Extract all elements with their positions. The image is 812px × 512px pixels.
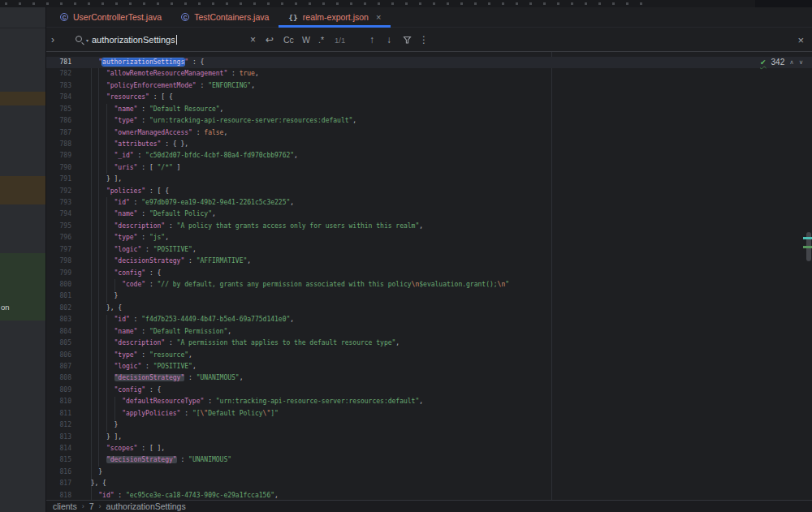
previous-match-button[interactable]: ↑ xyxy=(369,28,374,51)
breadcrumb-item-clients[interactable]: clients xyxy=(53,501,77,511)
line-number: 786 xyxy=(46,115,83,127)
code-line-795[interactable]: 795 "description" : "A policy that grant… xyxy=(46,221,812,232)
line-number: 810 xyxy=(46,396,83,407)
line-number: 803 xyxy=(46,314,83,325)
code-line-799[interactable]: 799 "config" : { xyxy=(46,268,812,279)
line-number: 796 xyxy=(46,232,83,243)
code-line-794[interactable]: 794 "name" : "Default Policy", xyxy=(46,209,812,220)
clear-search-icon[interactable]: × xyxy=(250,28,256,51)
breadcrumb-item-7[interactable]: 7 xyxy=(89,501,94,511)
code-line-791[interactable]: 791 } ], xyxy=(46,174,812,185)
code-text: "type" : "js", xyxy=(83,232,169,243)
match-case-toggle[interactable]: Cc xyxy=(283,28,294,51)
tab-testcontainers-java[interactable]: CTestContainers.java xyxy=(171,7,279,27)
code-line-797[interactable]: 797 "logic" : "POSITIVE", xyxy=(46,244,812,256)
code-text: "name" : "Default Policy", xyxy=(83,209,216,220)
line-number: 816 xyxy=(46,467,83,478)
code-line-812[interactable]: 812 } xyxy=(46,419,812,431)
code-line-805[interactable]: 805 "description" : "A permission that a… xyxy=(46,338,812,349)
next-problem-icon[interactable]: ∨ xyxy=(799,58,804,66)
code-line-802[interactable]: 802 }, { xyxy=(46,303,812,314)
code-line-804[interactable]: 804 "name" : "Default Permission", xyxy=(46,326,812,338)
code-line-817[interactable]: 817 }, { xyxy=(46,478,812,489)
next-match-button[interactable]: ↓ xyxy=(387,28,391,51)
breadcrumb-separator-icon: › xyxy=(82,502,84,510)
code-line-786[interactable]: 786 "type" : "urn:tracking-api-resource-… xyxy=(46,115,812,127)
close-search-icon[interactable]: × xyxy=(797,28,804,51)
line-number: 818 xyxy=(46,490,83,500)
close-tab-icon[interactable]: × xyxy=(376,12,381,22)
code-line-801[interactable]: 801 } xyxy=(46,290,812,302)
tab-realm-export-json[interactable]: {}realm-export.json× xyxy=(279,7,391,27)
background-window-divider xyxy=(0,28,45,28)
code-line-788[interactable]: 788 "attributes" : { }, xyxy=(46,139,812,150)
code-text: "logic" : "POSITIVE", xyxy=(83,244,197,256)
code-line-790[interactable]: 790 "uris" : [ "/*" ] xyxy=(46,162,812,174)
code-line-798[interactable]: 798 "decisionStrategy" : "AFFIRMATIVE", xyxy=(46,256,812,267)
code-line-816[interactable]: 816 } xyxy=(46,467,812,478)
line-number: 806 xyxy=(46,350,83,361)
code-text: "uris" : [ "/*" ] xyxy=(83,162,180,174)
line-number: 788 xyxy=(46,139,83,150)
code-line-800[interactable]: 800 "code" : "// by default, grants any … xyxy=(46,279,812,290)
menu-bar-right xyxy=(755,0,812,7)
code-line-803[interactable]: 803 "id" : "f4d7b253-4449-4b47-b5e4-69a7… xyxy=(46,314,812,325)
search-dropdown-arrow-icon: ▾ xyxy=(86,37,89,43)
code-text: "config" : { xyxy=(83,268,161,279)
code-line-807[interactable]: 807 "logic" : "POSITIVE", xyxy=(46,361,812,372)
code-line-813[interactable]: 813 } ], xyxy=(46,432,812,443)
code-line-792[interactable]: 792 "policies" : [ { xyxy=(46,186,812,197)
scrollbar-analysis-marker xyxy=(803,237,812,239)
newline-icon[interactable]: ↩ xyxy=(266,28,274,51)
code-text: "logic" : "POSITIVE", xyxy=(83,361,197,372)
code-line-793[interactable]: 793 "id" : "e97db079-ea19-49b2-9e41-2261… xyxy=(46,197,812,209)
line-number: 802 xyxy=(46,303,83,314)
breadcrumb-item-authorizationsettings[interactable]: authorizationSettings xyxy=(106,501,186,511)
tab-usercontrollertest-java[interactable]: CUserControllerTest.java xyxy=(50,7,171,27)
inspection-count: 342 xyxy=(771,58,785,67)
line-number: 807 xyxy=(46,361,83,372)
code-text: "resources" : [ { xyxy=(83,92,173,103)
code-text: } ], xyxy=(83,174,122,185)
expand-replace-chevron-icon[interactable]: › xyxy=(51,28,54,51)
code-line-784[interactable]: 784 "resources" : [ { xyxy=(46,92,812,103)
search-icon[interactable]: ▾ xyxy=(75,28,89,51)
code-lines: 781 "authorizationSettings" : {782 "allo… xyxy=(46,57,812,500)
inspections-widget[interactable]: ✔ 342 ∧ ∨ xyxy=(760,56,803,68)
code-line-810[interactable]: 810 "defaultResourceType" : "urn:trackin… xyxy=(46,396,812,407)
code-line-783[interactable]: 783 "policyEnforcementMode" : "ENFORCING… xyxy=(46,80,812,92)
magnifier-icon xyxy=(75,35,84,45)
code-line-789[interactable]: 789 "_id" : "c50d2d07-bfdc-4cbf-80a4-fd9… xyxy=(46,150,812,161)
code-line-781[interactable]: 781 "authorizationSettings" : { xyxy=(46,57,812,68)
code-line-782[interactable]: 782 "allowRemoteResourceManagement" : tr… xyxy=(46,68,812,80)
code-text: "ownerManagedAccess" : false, xyxy=(83,127,227,139)
regex-toggle[interactable]: .* xyxy=(318,28,324,51)
filter-icon[interactable] xyxy=(403,28,412,51)
line-number: 812 xyxy=(46,419,83,431)
tab-label: realm-export.json xyxy=(303,12,369,22)
code-line-809[interactable]: 809 "config" : { xyxy=(46,385,812,396)
code-text: } ], xyxy=(83,432,122,443)
code-text: "name" : "Default Resource", xyxy=(83,104,223,115)
code-line-808[interactable]: 808 "decisionStrategy" : "UNANIMOUS", xyxy=(46,372,812,384)
code-text: "code" : "// by default, grants any perm… xyxy=(83,279,509,290)
code-line-811[interactable]: 811 "applyPolicies" : "[\"Default Policy… xyxy=(46,408,812,419)
more-options-icon[interactable]: ⋮ xyxy=(419,28,429,51)
search-input[interactable]: authorizationSettings xyxy=(92,28,177,51)
code-line-785[interactable]: 785 "name" : "Default Resource", xyxy=(46,104,812,115)
line-number: 797 xyxy=(46,244,83,256)
background-window[interactable]: on xyxy=(0,7,45,512)
code-editor[interactable]: 781 "authorizationSettings" : {782 "allo… xyxy=(46,52,812,500)
code-line-787[interactable]: 787 "ownerManagedAccess" : false, xyxy=(46,127,812,139)
whole-words-toggle[interactable]: W xyxy=(302,28,310,51)
code-line-796[interactable]: 796 "type" : "js", xyxy=(46,232,812,243)
scrollbar-analysis-marker xyxy=(803,246,812,248)
code-line-806[interactable]: 806 "type" : "resource", xyxy=(46,350,812,361)
code-line-815[interactable]: 815 "decisionStrategy" : "UNANIMOUS" xyxy=(46,454,812,466)
code-line-818[interactable]: 818 "id" : "ec95ce3e-ca18-4743-909c-e29a… xyxy=(46,490,812,500)
line-number: 804 xyxy=(46,326,83,338)
previous-problem-icon[interactable]: ∧ xyxy=(789,58,794,66)
code-line-814[interactable]: 814 "scopes" : [ ], xyxy=(46,443,812,454)
line-number: 794 xyxy=(46,209,83,220)
line-number: 808 xyxy=(46,372,83,384)
